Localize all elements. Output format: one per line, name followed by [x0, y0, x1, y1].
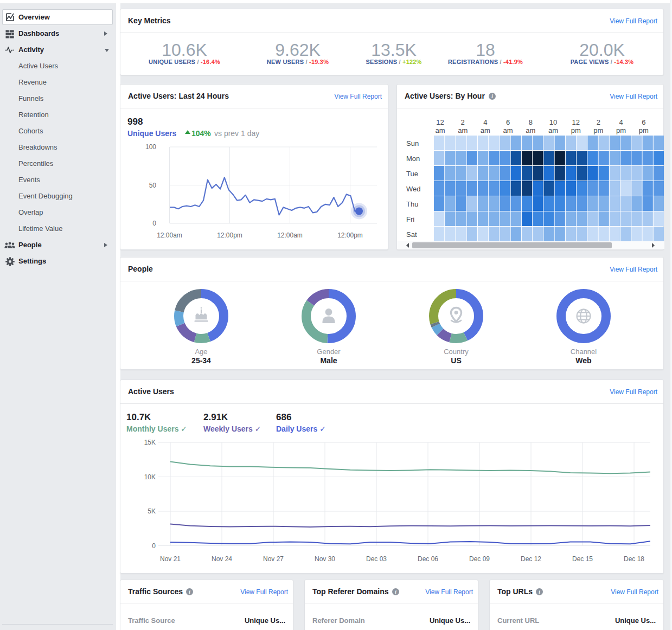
- svg-text:50: 50: [149, 182, 157, 189]
- svg-text:0: 0: [152, 542, 156, 550]
- svg-text:4: 4: [483, 118, 487, 126]
- svg-text:6: 6: [506, 118, 510, 126]
- svg-text:12:00am: 12:00am: [277, 232, 303, 239]
- svg-text:5K: 5K: [148, 507, 156, 515]
- svg-text:Sun: Sun: [406, 139, 419, 147]
- svg-text:Wed: Wed: [406, 185, 421, 193]
- svg-text:Dec 09: Dec 09: [469, 555, 490, 563]
- svg-text:2: 2: [461, 118, 465, 126]
- svg-text:am: am: [435, 126, 445, 134]
- svg-text:i: i: [395, 589, 396, 594]
- svg-text:12: 12: [572, 118, 579, 126]
- svg-text:am: am: [458, 126, 468, 134]
- svg-text:i: i: [539, 589, 540, 594]
- svg-text:6: 6: [642, 118, 645, 126]
- svg-text:Nov 30: Nov 30: [315, 555, 335, 563]
- svg-text:Sat: Sat: [406, 230, 417, 239]
- svg-text:am: am: [481, 126, 490, 134]
- svg-text:pm: pm: [593, 126, 603, 134]
- svg-text:Dec 15: Dec 15: [572, 555, 593, 563]
- svg-text:10K: 10K: [144, 473, 156, 481]
- svg-text:Dec 18: Dec 18: [624, 555, 644, 563]
- svg-text:12:00pm: 12:00pm: [217, 232, 242, 239]
- svg-text:15K: 15K: [144, 439, 156, 446]
- svg-text:am: am: [548, 126, 558, 134]
- svg-text:Mon: Mon: [406, 155, 420, 163]
- svg-text:2: 2: [597, 118, 600, 126]
- svg-text:am: am: [526, 126, 535, 134]
- svg-text:pm: pm: [639, 126, 649, 134]
- svg-text:8: 8: [529, 118, 533, 126]
- svg-text:4: 4: [619, 118, 623, 126]
- svg-text:i: i: [189, 589, 190, 594]
- svg-text:Tue: Tue: [406, 170, 418, 178]
- svg-text:Dec 12: Dec 12: [521, 555, 541, 563]
- svg-text:0: 0: [152, 220, 156, 227]
- svg-text:Thu: Thu: [406, 200, 418, 208]
- svg-text:12:00pm: 12:00pm: [337, 232, 363, 239]
- svg-text:pm: pm: [571, 126, 581, 134]
- svg-text:Dec 06: Dec 06: [418, 555, 438, 563]
- svg-text:12:00am: 12:00am: [157, 232, 182, 239]
- svg-text:pm: pm: [616, 126, 626, 134]
- svg-text:Nov 27: Nov 27: [263, 555, 284, 563]
- svg-text:am: am: [503, 126, 513, 134]
- svg-text:100: 100: [145, 143, 156, 151]
- svg-text:Nov 24: Nov 24: [212, 555, 232, 563]
- svg-text:Nov 21: Nov 21: [160, 555, 181, 563]
- svg-text:10: 10: [549, 118, 557, 126]
- svg-text:Dec 03: Dec 03: [366, 555, 387, 563]
- svg-text:12: 12: [436, 118, 444, 126]
- svg-text:Fri: Fri: [406, 215, 414, 223]
